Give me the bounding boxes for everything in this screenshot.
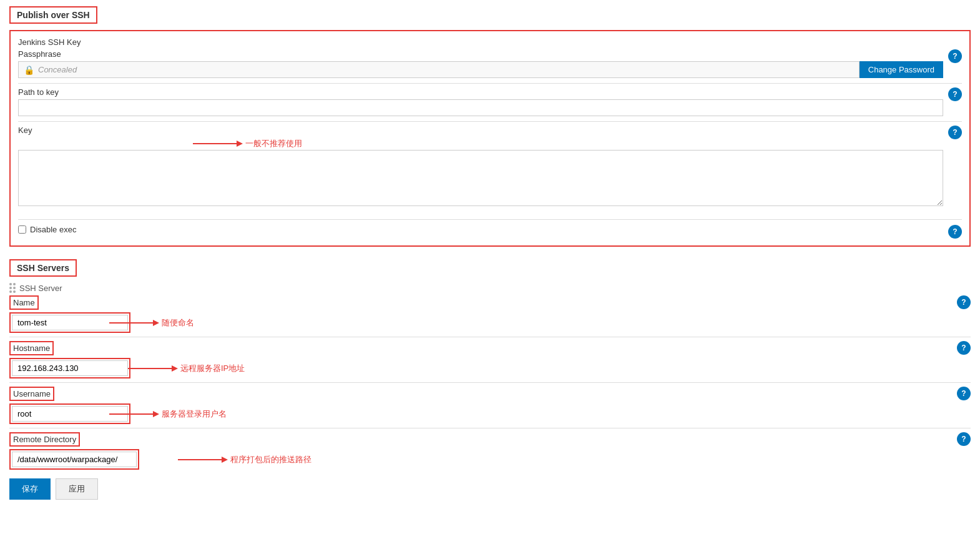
passphrase-help-icon[interactable]: ? (948, 49, 962, 63)
hostname-input-bordered (9, 358, 130, 378)
name-annotation-text: 随便命名 (162, 317, 194, 329)
bottom-buttons: 保存 应用 (9, 478, 971, 500)
disable-exec-row: Disable exec ? (18, 225, 962, 234)
save-button[interactable]: 保存 (9, 478, 51, 500)
remote-dir-arrow-svg (178, 453, 228, 466)
svg-marker-1 (237, 141, 243, 147)
username-help-icon[interactable]: ? (957, 387, 971, 400)
name-annotation-arrow: 随便命名 (109, 317, 194, 329)
path-to-key-row: Path to key ? (18, 87, 962, 116)
passphrase-label: Passphrase (18, 49, 943, 59)
remote-directory-help-icon[interactable]: ? (957, 432, 971, 446)
path-to-key-input[interactable] (18, 99, 943, 116)
key-annotation-area: 一般不推荐使用 (18, 137, 943, 150)
username-input-area: 服务器登录用户名 (9, 403, 952, 424)
path-to-key-label: Path to key (18, 87, 943, 97)
svg-marker-7 (153, 411, 159, 417)
ssh-server-block: SSH Server Name 随便命名 (9, 283, 971, 470)
remote-directory-label-bordered: Remote Directory (9, 432, 80, 447)
key-annotation-arrow: 一般不推荐使用 (193, 137, 302, 150)
hostname-field-row: Hostname 远程服务器IP地址 ? (9, 341, 971, 378)
passphrase-row: Passphrase 🔒 Concealed Change Password ? (18, 49, 962, 78)
key-help-icon[interactable]: ? (948, 126, 962, 139)
username-field-row: Username 服务器登录用户名 ? (9, 387, 971, 424)
name-input-area: 随便命名 (9, 312, 952, 333)
jenkins-ssh-key-label: Jenkins SSH Key (18, 37, 962, 47)
hostname-input[interactable] (12, 360, 128, 376)
hostname-arrow-svg (128, 362, 178, 375)
remote-directory-input-area: 程序打包后的推送路径 (9, 449, 952, 470)
username-label: Username (13, 389, 51, 398)
key-annotation-text: 一般不推荐使用 (245, 138, 302, 149)
page-title: Publish over SSH (9, 6, 97, 24)
key-label: Key (18, 126, 943, 135)
username-annotation-text: 服务器登录用户名 (162, 408, 227, 420)
passphrase-input-wrap: 🔒 Concealed (18, 61, 860, 78)
svg-marker-3 (153, 320, 159, 326)
disable-exec-help-icon[interactable]: ? (948, 225, 962, 239)
ssh-server-text: SSH Server (19, 284, 62, 293)
name-label: Name (13, 298, 35, 307)
svg-marker-9 (222, 457, 228, 463)
ssh-servers-title: SSH Servers (9, 259, 77, 277)
passphrase-text: Concealed (38, 65, 77, 74)
hostname-input-area: 远程服务器IP地址 (9, 358, 952, 378)
remote-directory-label: Remote Directory (13, 435, 76, 444)
page-wrapper: Publish over SSH Jenkins SSH Key Passphr… (0, 0, 980, 554)
hostname-label-bordered: Hostname (9, 341, 54, 355)
path-to-key-help-icon[interactable]: ? (948, 87, 962, 101)
arrow-svg (193, 137, 243, 150)
username-label-bordered: Username (9, 387, 54, 401)
apply-button[interactable]: 应用 (56, 478, 98, 500)
username-annotation-arrow: 服务器登录用户名 (109, 408, 227, 420)
change-password-button[interactable]: Change Password (860, 61, 943, 78)
jenkins-ssh-key-section: Jenkins SSH Key Passphrase 🔒 Concealed C… (9, 30, 971, 247)
name-arrow-svg (109, 317, 159, 329)
svg-marker-5 (172, 365, 178, 372)
disable-exec-checkbox-row: Disable exec (18, 225, 943, 234)
ssh-server-label: SSH Server (9, 283, 971, 293)
passphrase-input-row: 🔒 Concealed Change Password (18, 61, 943, 78)
disable-exec-checkbox[interactable] (18, 225, 26, 234)
username-arrow-svg (109, 408, 159, 420)
key-textarea[interactable] (18, 150, 943, 206)
hostname-help-icon[interactable]: ? (957, 341, 971, 355)
drag-handle[interactable] (9, 283, 16, 293)
name-field-row: Name 随便命名 ? (9, 295, 971, 333)
lock-icon: 🔒 (24, 65, 34, 75)
hostname-annotation-text: 远程服务器IP地址 (180, 363, 245, 374)
hostname-annotation-arrow: 远程服务器IP地址 (128, 362, 245, 375)
hostname-label: Hostname (13, 344, 50, 353)
remote-directory-input[interactable] (12, 452, 137, 467)
remote-directory-input-bordered (9, 449, 139, 470)
name-label-bordered: Name (9, 295, 39, 310)
remote-directory-annotation-text: 程序打包后的推送路径 (230, 454, 311, 465)
key-row: Key 一般不推荐使用 ? (18, 126, 962, 214)
remote-directory-field-row: Remote Directory 程序打包后的推送路径 ? (9, 432, 971, 470)
name-help-icon[interactable]: ? (957, 295, 971, 309)
disable-exec-label: Disable exec (30, 225, 76, 234)
remote-directory-annotation-arrow: 程序打包后的推送路径 (178, 453, 311, 466)
